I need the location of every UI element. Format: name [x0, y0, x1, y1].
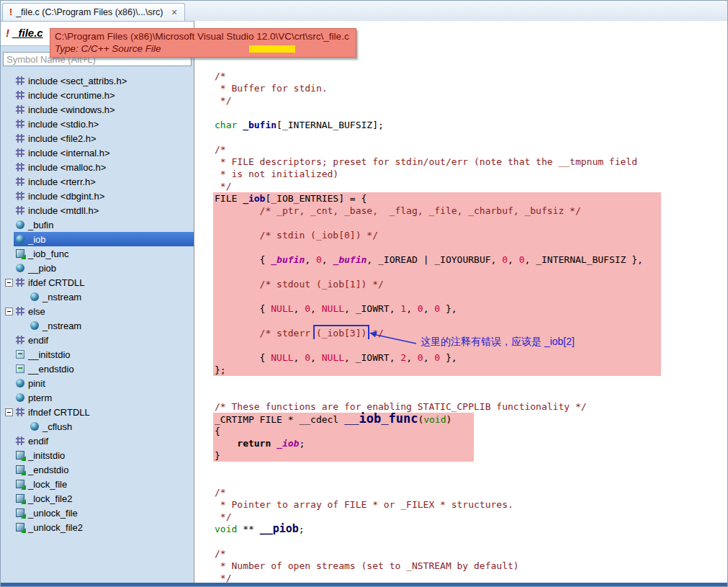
tree-item[interactable]: _cflush [1, 419, 194, 434]
tree-item[interactable]: _lock_file2 [1, 491, 194, 506]
code-text: __piob [260, 522, 299, 535]
variable-icon [30, 422, 39, 431]
file-tab[interactable]: ! _file.c (C:\Program Files (x86)\...\sr… [2, 3, 185, 21]
tree-item[interactable]: _lock_file [1, 477, 194, 491]
tree-item-label: __endstdio [28, 364, 74, 375]
tree-item[interactable]: pterm [1, 390, 194, 405]
code-line [215, 107, 727, 119]
code-line: /* [215, 547, 727, 560]
collapse-minus-icon[interactable] [5, 408, 13, 416]
pane-tab[interactable]: ! _file.c [6, 27, 43, 39]
code-line: /* These functions are for enabling STAT… [215, 400, 727, 413]
code-text [215, 438, 237, 449]
code-text: { [215, 352, 271, 363]
code-text: __iob_func [344, 411, 418, 426]
code-text: void [423, 414, 446, 425]
tree-item[interactable]: ifdef CRTDLL [1, 275, 194, 290]
code-text: , [310, 303, 322, 314]
code-line: { NULL, 0, NULL, _IOWRT, 1, 0, 0 }, [215, 303, 727, 315]
code-editor[interactable]: /* * Buffer for stdin. */char _bufin[_IN… [194, 21, 727, 583]
tree-item[interactable]: include <rterr.h> [1, 174, 194, 189]
tree-item-label: include <sect_attribs.h> [28, 76, 127, 86]
tree-item-label: _cflush [42, 421, 72, 432]
tree-item-label: include <file2.h> [28, 133, 96, 144]
code-line: { [215, 425, 727, 437]
tree-item[interactable]: _endstdio [1, 462, 194, 477]
modified-marker: ! [6, 27, 9, 39]
tree-item[interactable]: include <stdio.h> [1, 117, 194, 131]
code-text: NULL [271, 352, 293, 363]
tree-item[interactable]: _nstream [1, 318, 194, 333]
code-text: NULL [322, 352, 344, 363]
tree-item[interactable]: endif [1, 434, 194, 448]
tree-item[interactable]: include <malloc.h> [1, 160, 194, 174]
preprocessor-icon [16, 307, 24, 315]
code-text: , [508, 254, 519, 265]
code-line: * Pointer to array of FILE * or _FILEX *… [215, 498, 727, 511]
code-text: */ [215, 573, 231, 583]
tree-item[interactable]: _nstream [1, 290, 194, 304]
variable-icon [16, 379, 24, 387]
tree-item[interactable]: ifndef CRTDLL [1, 405, 194, 419]
tree-item-label: _iob [28, 234, 46, 245]
tree-item[interactable]: __endstdio [1, 362, 194, 376]
tree-item[interactable]: endif [1, 333, 194, 347]
tree-item[interactable]: else [1, 304, 194, 318]
tree-item[interactable]: _bufin [1, 218, 194, 232]
code-line: /* [215, 486, 727, 498]
source-insight-window: ! _file.c (C:\Program Files (x86)\...\sr… [0, 0, 728, 587]
code-text: /* _ptr, _cnt, _base, _flag, _file, _cha… [215, 205, 581, 216]
variable-icon [16, 235, 24, 243]
preprocessor-icon [16, 408, 24, 416]
tree-item[interactable]: include <sect_attribs.h> [1, 73, 194, 88]
tree-item[interactable]: include <dbgint.h> [1, 189, 194, 203]
tab-close-icon[interactable]: ✕ [171, 8, 177, 17]
tree-item[interactable]: _unlock_file2 [1, 520, 194, 534]
code-text: /* [215, 144, 226, 155]
tree-item[interactable]: include <file2.h> [1, 131, 194, 145]
tooltip-path: C:\Program Files (x86)\Microsoft Visual … [55, 30, 349, 43]
function-icon [16, 523, 24, 532]
tree-item[interactable]: _unlock_file [1, 506, 194, 520]
tree-item[interactable]: pinit [1, 376, 194, 390]
code-text: ) [446, 414, 452, 425]
function-icon [16, 494, 24, 503]
tree-item[interactable]: _iob_func [1, 246, 194, 261]
tree-item-label: else [28, 306, 45, 317]
tree-item[interactable]: include <cruntime.h> [1, 88, 194, 102]
code-line [215, 131, 727, 143]
code-text: , _IOREAD | _IOYOURBUF, [367, 254, 502, 265]
code-line: { NULL, 0, NULL, _IOWRT, 2, 0, 0 }, [215, 351, 727, 364]
tree-item[interactable]: _initstdio [1, 448, 194, 462]
variable-icon [16, 220, 24, 229]
variable-icon [30, 321, 39, 330]
code-text: , [406, 352, 418, 363]
variable-icon [16, 264, 24, 272]
code-line: * Number of open streams (set to _NSTREA… [215, 560, 727, 572]
tree-item[interactable]: _iob [1, 232, 194, 246]
code-line: * Buffer for stdin. [215, 82, 727, 94]
code-text: , [294, 303, 305, 314]
code-text: [_INTERNAL_BUFSIZ]; [277, 120, 384, 130]
variable-icon [30, 292, 39, 301]
code-text: */ [215, 181, 231, 192]
code-text: , [406, 303, 418, 314]
collapse-minus-icon[interactable] [5, 279, 13, 287]
annotation-note: 这里的注释有错误，应该是 _iob[2] [421, 336, 575, 349]
tree-item[interactable]: include <windows.h> [1, 102, 194, 117]
tree-item[interactable]: __piob [1, 261, 194, 275]
code-line [215, 290, 727, 303]
collapse-minus-icon[interactable] [5, 308, 13, 315]
code-text: { [215, 426, 220, 436]
tree-item[interactable]: include <internal.h> [1, 145, 194, 160]
tree-item-label: _initstdio [28, 450, 65, 461]
code-text [237, 120, 243, 130]
code-line: }; [215, 364, 727, 376]
variable-icon [16, 393, 24, 402]
code-text: { [215, 303, 271, 314]
code-text: /* [215, 548, 226, 559]
file-path-tooltip: C:\Program Files (x86)\Microsoft Visual … [50, 28, 356, 58]
tree-item[interactable]: __initstdio [1, 347, 194, 362]
code-line: FILE _iob[_IOB_ENTRIES] = { [215, 192, 727, 205]
tree-item[interactable]: include <mtdll.h> [1, 203, 194, 218]
